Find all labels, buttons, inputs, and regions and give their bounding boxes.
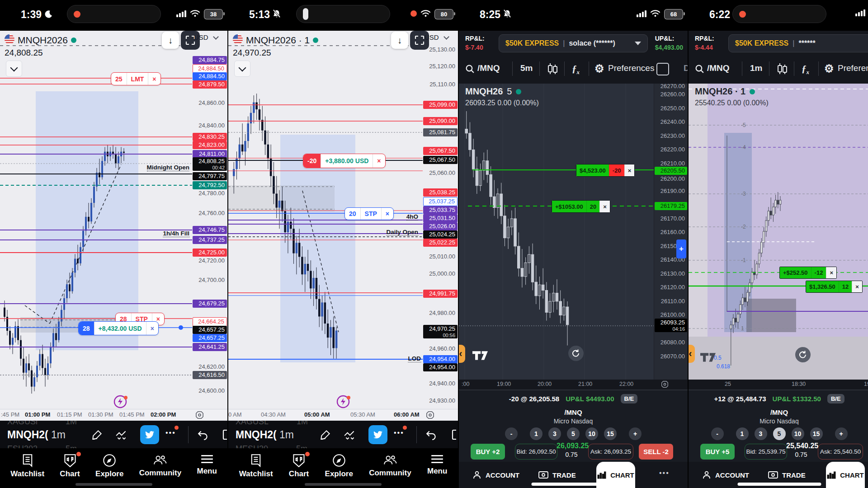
sell-button[interactable]: SELL -2: [639, 444, 673, 460]
tabs-more-button[interactable]: •••: [659, 469, 670, 477]
price-chart[interactable]: MNQH2026 24,808.25 ↓ USD 24,884.7524,884…: [0, 31, 227, 409]
close-icon[interactable]: ×: [826, 267, 836, 278]
close-icon[interactable]: ×: [381, 208, 393, 220]
preferences-label[interactable]: Preference: [838, 63, 868, 73]
tab-account[interactable]: ACCOUNT: [472, 462, 519, 488]
indicators-fx-button[interactable]: ƒx: [572, 63, 580, 76]
toolbar-checkbox[interactable]: [656, 63, 669, 75]
nav-item-chart[interactable]: Chart: [60, 448, 80, 488]
preferences-label[interactable]: Preferences: [608, 63, 654, 73]
order-cell[interactable]: +$252.50: [780, 267, 811, 278]
nav-item-explore[interactable]: Explore: [325, 448, 353, 488]
nav-item-menu[interactable]: Menu: [427, 448, 447, 488]
qty-button-15[interactable]: 15: [810, 427, 823, 440]
search-icon[interactable]: [465, 64, 475, 76]
symbol-row[interactable]: MNQH2026 · 1: [233, 34, 318, 46]
indicators-icon[interactable]: [114, 427, 129, 442]
undo-icon[interactable]: [195, 427, 211, 442]
indicators-fx-button[interactable]: ƒx: [802, 63, 809, 76]
nav-item-chart[interactable]: Chart: [289, 448, 309, 488]
axis-settings-icon[interactable]: [426, 411, 434, 421]
qty-button-5[interactable]: 5: [773, 427, 786, 440]
price-scale[interactable]: 25,130.0025,120.0025,110.0025,099.0025,0…: [423, 31, 458, 409]
collapse-button[interactable]: [234, 61, 250, 77]
order-ticket[interactable]: 25LMT×: [111, 72, 161, 85]
symbol-search[interactable]: /MNQ: [707, 63, 730, 73]
close-icon[interactable]: ×: [146, 322, 158, 335]
qty-button-15[interactable]: 15: [604, 427, 617, 440]
bid-button[interactable]: Bid: 25,539.75: [745, 444, 787, 460]
camera-icon-partial[interactable]: [447, 427, 458, 442]
order-cell[interactable]: -20: [609, 164, 624, 176]
draw-icon[interactable]: [90, 427, 105, 442]
order-cell[interactable]: $4,523.00: [576, 164, 609, 176]
flash-replay-button[interactable]: [336, 394, 351, 409]
order-cell[interactable]: 28: [79, 322, 94, 335]
more-options-button[interactable]: •••: [165, 429, 176, 437]
order-cell[interactable]: $1,326.50: [806, 281, 839, 292]
undo-icon[interactable]: [424, 427, 439, 442]
home-indicator[interactable]: [305, 483, 382, 486]
order-cell[interactable]: 20: [586, 201, 599, 212]
order-cell[interactable]: +$1053.00: [552, 201, 586, 212]
add-order-button[interactable]: +: [676, 239, 686, 258]
close-icon[interactable]: ×: [624, 164, 635, 176]
buy-button[interactable]: BUY +2: [471, 444, 505, 460]
camera-icon-partial[interactable]: [218, 427, 227, 442]
draw-icon[interactable]: [318, 427, 333, 442]
interval-button[interactable]: 1m: [279, 429, 294, 441]
interval-button[interactable]: 1m: [750, 63, 762, 73]
home-indicator[interactable]: [75, 483, 152, 486]
qty-button-5[interactable]: 5: [567, 427, 580, 440]
nav-item-menu[interactable]: Menu: [197, 448, 217, 488]
price-chart[interactable]: MNQH2026 · 1 24,970.25 ↓ USD 25,130.0025…: [228, 31, 458, 409]
chart-type-icon[interactable]: [547, 62, 558, 78]
order-ticket[interactable]: 20STP×: [344, 207, 394, 220]
edge-drawer-handle[interactable]: ‹: [459, 345, 465, 363]
close-icon[interactable]: ×: [373, 154, 385, 168]
position-label[interactable]: +$252.50-12×: [779, 267, 837, 279]
price-scale[interactable]: 26270.0026260.0026250.0026240.0026230.00…: [654, 84, 688, 380]
axis-settings-icon[interactable]: [195, 411, 204, 421]
account-selector[interactable]: $50K EXPRESS | solace (******): [499, 34, 648, 52]
collapse-button[interactable]: [6, 61, 22, 77]
tab-chart[interactable]: CHART: [826, 462, 865, 488]
position-label[interactable]: +$1053.0020×: [552, 200, 610, 213]
qty-button-1[interactable]: 1: [736, 427, 749, 440]
download-button[interactable]: ↓: [162, 32, 179, 49]
ask-button[interactable]: Ask: 26,093.25: [588, 444, 633, 460]
order-cell[interactable]: 12: [839, 281, 852, 292]
time-axis[interactable]: 0 AM04:30 AM05:00 AM05:30 AM06:00 AM: [228, 409, 458, 421]
time-axis[interactable]: :0019:0020:0021:0022:00: [459, 380, 688, 389]
twitter-share-button[interactable]: [368, 425, 387, 444]
gear-icon[interactable]: ⚙: [594, 62, 604, 75]
breakeven-button[interactable]: B/E: [827, 394, 844, 404]
nav-item-watchlist[interactable]: Watchlist: [239, 448, 273, 488]
qty-button--[interactable]: -: [505, 427, 518, 440]
nav-item-community[interactable]: Community: [139, 448, 182, 488]
currency-selector[interactable]: USD: [425, 33, 448, 41]
qty-button-3[interactable]: 3: [755, 427, 767, 440]
home-indicator[interactable]: [532, 483, 615, 486]
indicators-icon[interactable]: [342, 427, 358, 442]
flash-replay-button[interactable]: [113, 394, 128, 409]
price-chart[interactable]: MNQH26 · 1 25540.25 0.00 (0.00%) ‹ +$252…: [689, 84, 868, 380]
edge-drawer-handle[interactable]: ‹: [689, 345, 695, 363]
buy-button[interactable]: BUY +5: [700, 444, 735, 460]
order-cell[interactable]: -20: [303, 154, 321, 168]
account-selector[interactable]: $50K EXPRESS | ******: [728, 34, 868, 52]
close-icon[interactable]: ×: [599, 201, 610, 212]
close-icon[interactable]: ×: [148, 73, 160, 85]
time-axis[interactable]: 2518:3019: [689, 380, 868, 389]
toolbar-symbol[interactable]: MNQH2(: [7, 429, 48, 441]
interval-button[interactable]: 5m: [520, 63, 533, 73]
gear-icon[interactable]: ⚙: [824, 62, 834, 75]
symbol-row[interactable]: MNQH2026: [5, 34, 76, 46]
order-cell[interactable]: +8,432.00 USD: [94, 322, 146, 335]
currency-selector[interactable]: USD: [194, 33, 218, 41]
more-options-button[interactable]: •••: [394, 429, 404, 437]
price-chart[interactable]: MNQH265 26093.25 0.00 (0.00%) 26270.0026…: [459, 84, 688, 380]
position-label[interactable]: $4,523.00-20×: [576, 164, 635, 177]
nav-item-explore[interactable]: Explore: [95, 448, 123, 488]
order-ticket[interactable]: 28+8,432.00 USD×: [78, 321, 159, 335]
